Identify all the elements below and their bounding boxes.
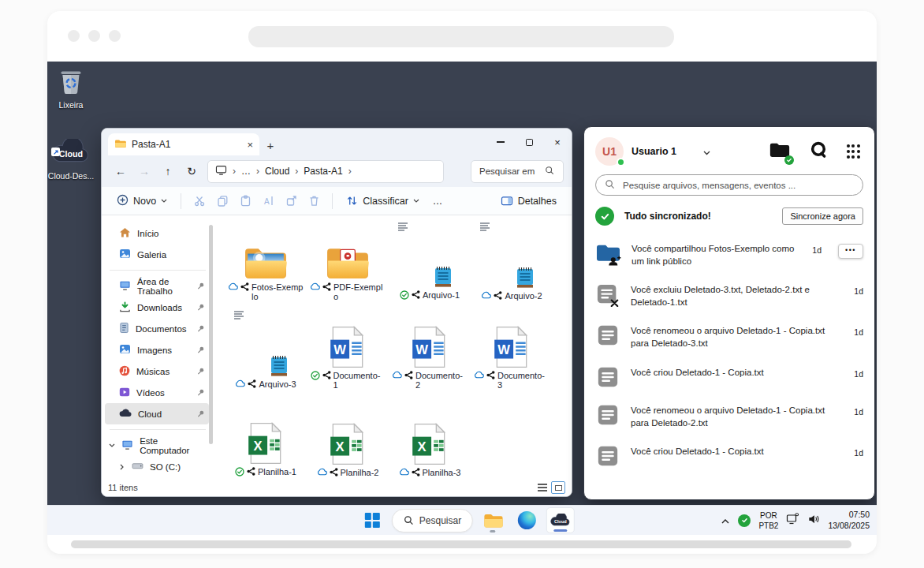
file-item-pdf-exemplo[interactable]: PDF-Exemplo — [307, 219, 389, 307]
desktop-icon-recycle-bin[interactable]: Lixeira — [47, 68, 95, 110]
language-indicator[interactable]: POR PTB2 — [758, 510, 778, 531]
sidebar-separator — [110, 270, 206, 271]
apps-grid-button[interactable] — [847, 144, 860, 158]
new-button[interactable]: Novo — [111, 191, 173, 211]
notification-created-file[interactable]: Você criou Deletado-1 - Copia.txt 1d — [584, 437, 874, 475]
pin-icon — [197, 388, 204, 398]
cloud-status-icon — [228, 282, 238, 293]
rename-button[interactable]: A — [258, 191, 278, 211]
sidebar-item-area-de-trabalho[interactable]: Área de Trabalho — [105, 275, 209, 297]
file-icon — [595, 366, 620, 388]
delete-button[interactable] — [304, 191, 324, 211]
refresh-button[interactable]: ↻ — [181, 160, 203, 182]
breadcrumb-overflow[interactable]: … — [241, 166, 251, 177]
notification-renamed-file[interactable]: Você renomeou o arquivo Deletado-1 - Cop… — [584, 396, 874, 437]
breadcrumb-item-cloud[interactable]: Cloud — [265, 166, 289, 177]
network-icon[interactable] — [786, 513, 799, 528]
file-item-arquivo-1[interactable]: Arquivo-1 — [389, 219, 471, 307]
taskbar-edge[interactable] — [512, 507, 541, 533]
desktop-icon-cloud-app[interactable]: Cloud Cloud-Des... — [47, 139, 95, 181]
synced-folder-button[interactable] — [769, 141, 791, 163]
notification-renamed-file[interactable]: Você renomeou o arquivo Deletado-1 - Cop… — [584, 316, 874, 357]
shared-icon — [322, 282, 331, 293]
file-item-arquivo-2[interactable]: Arquivo-2 — [471, 219, 553, 307]
paste-button[interactable] — [235, 191, 255, 211]
taskbar-cloud-app[interactable]: Cloud — [546, 507, 575, 533]
frame-address-pill — [248, 26, 674, 47]
file-item-fotos-exemplo[interactable]: Fotos-Exemplo — [225, 219, 307, 307]
explorer-search-box[interactable] — [471, 160, 564, 183]
breadcrumb[interactable]: › … › Cloud › Pasta-A1 › — [207, 160, 444, 183]
desktop-icon — [119, 280, 131, 292]
sidebar-item-este-computador[interactable]: Este Computador — [105, 435, 209, 456]
cloud-app-icon: Cloud — [550, 514, 572, 528]
file-item-documento-2[interactable]: W Documento-2 — [389, 307, 471, 395]
sidebar-scrollbar[interactable] — [209, 225, 213, 444]
share-button[interactable] — [281, 191, 301, 211]
forward-button[interactable]: → — [133, 160, 155, 182]
more-options-button[interactable]: … — [427, 192, 449, 210]
file-item-documento-1[interactable]: W Documento-1 — [307, 307, 389, 395]
tray-sync-status-icon[interactable] — [738, 514, 751, 527]
chevron-down-icon[interactable] — [108, 443, 115, 447]
sort-button[interactable]: Classificar — [341, 192, 425, 210]
sidebar-item-downloads[interactable]: Downloads — [105, 297, 209, 318]
file-item-planilha-3[interactable]: X Planilha-3 — [389, 395, 471, 484]
back-button[interactable]: ← — [110, 160, 132, 182]
account-caret-icon[interactable] — [703, 144, 710, 159]
explorer-body: Início Galeria Área de Trabalho — [102, 215, 572, 480]
sidebar-item-imagens[interactable]: Imagens — [105, 339, 209, 361]
list-view-toggle[interactable] — [538, 484, 547, 491]
taskbar-search-label: Pesquisar — [419, 515, 461, 526]
volume-icon[interactable] — [807, 513, 820, 529]
sidebar-item-so-c[interactable]: SO (C:) — [105, 456, 209, 477]
word-document-icon: W — [412, 318, 448, 368]
details-pane-icon — [501, 196, 513, 206]
notification-shared-folder[interactable]: Você compartilhou Fotos-Exemplo como um … — [584, 234, 874, 275]
sync-now-button[interactable]: Sincronize agora — [782, 207, 863, 225]
taskbar-clock[interactable]: 07:50 13/08/2025 — [828, 510, 870, 531]
details-pane-button[interactable]: Detalhes — [495, 192, 562, 210]
up-button[interactable]: ↑ — [157, 160, 179, 182]
explorer-tab-pasta-a1[interactable]: Pasta-A1 × — [108, 133, 259, 155]
file-item-arquivo-3[interactable]: Arquivo-3 — [225, 307, 307, 395]
sidebar-item-musicas[interactable]: Músicas — [105, 361, 209, 382]
green-check-badge — [784, 155, 794, 165]
file-item-planilha-2[interactable]: X Planilha-2 — [307, 395, 389, 484]
sidebar-item-documentos[interactable]: Documentos — [105, 318, 209, 339]
notification-created-file[interactable]: Você criou Deletado-1 - Copia.txt 1d — [584, 358, 874, 396]
tray-chevron-up-icon[interactable] — [721, 514, 730, 528]
online-status-dot — [617, 158, 625, 166]
notification-deleted-files[interactable]: Você excluiu Deletado-3.txt, Deletado-2.… — [584, 275, 874, 316]
minimize-button[interactable] — [486, 129, 515, 155]
search-q-button[interactable] — [810, 141, 828, 163]
folder-icon — [114, 139, 126, 151]
close-button[interactable]: × — [543, 129, 572, 155]
new-tab-button[interactable]: + — [259, 139, 281, 155]
start-button[interactable] — [358, 507, 386, 533]
sidebar-item-galeria[interactable]: Galeria — [105, 244, 209, 265]
windows-logo-icon — [364, 513, 379, 528]
notification-menu-button[interactable]: ••• — [838, 244, 863, 259]
shared-icon — [412, 290, 420, 301]
sidebar-item-cloud[interactable]: Cloud — [105, 403, 209, 424]
maximize-button[interactable] — [515, 129, 543, 155]
tab-close-icon[interactable]: × — [247, 140, 253, 150]
tab-title: Pasta-A1 — [132, 139, 170, 150]
panel-search-input[interactable] — [621, 180, 854, 191]
large-icons-view-toggle[interactable] — [551, 481, 565, 494]
explorer-search-input[interactable] — [478, 166, 541, 177]
panel-search-box[interactable] — [595, 174, 863, 196]
taskbar-file-explorer[interactable] — [479, 507, 507, 533]
file-item-documento-3[interactable]: W Documento-3 — [471, 307, 553, 395]
chevron-right-icon[interactable] — [117, 464, 125, 470]
sidebar-item-inicio[interactable]: Início — [105, 222, 209, 244]
frame-horizontal-scrollbar[interactable] — [71, 540, 851, 548]
cut-button[interactable] — [189, 191, 210, 211]
file-item-planilha-1[interactable]: X Planilha-1 — [225, 395, 307, 484]
sidebar-item-videos[interactable]: Vídeos — [105, 382, 209, 403]
copy-button[interactable] — [212, 191, 233, 211]
shared-icon — [404, 371, 413, 382]
breadcrumb-item-pasta-a1[interactable]: Pasta-A1 — [304, 166, 342, 177]
taskbar-search[interactable]: Pesquisar — [392, 509, 473, 532]
